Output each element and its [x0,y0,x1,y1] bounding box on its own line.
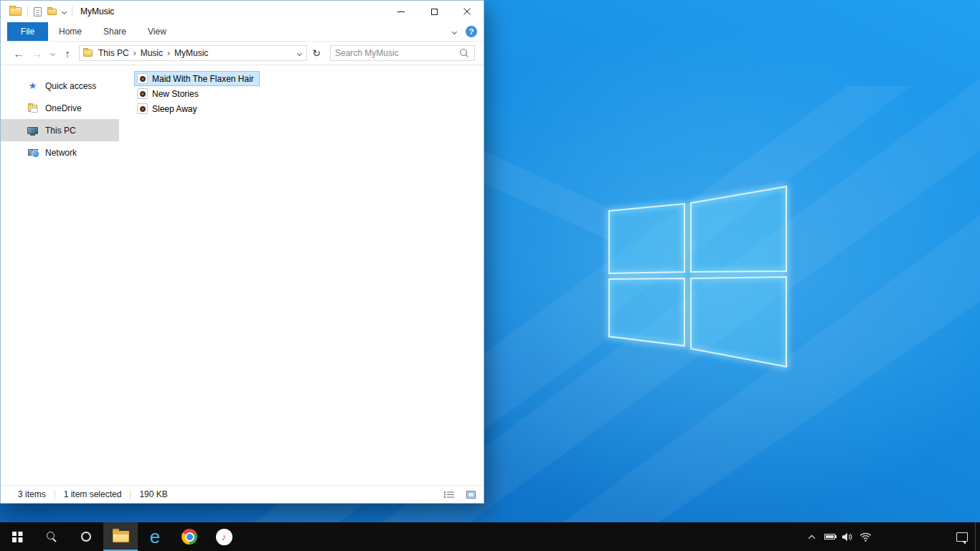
window-title: MyMusic [80,6,114,17]
action-center-button[interactable] [949,522,975,551]
details-view-icon [444,491,454,499]
file-item[interactable]: Sleep Away [134,101,203,116]
breadcrumb-music[interactable]: Music [137,47,166,60]
main-area: ★ Quick access OneDrive This PC Network … [1,65,484,485]
sidebar-item-label: OneDrive [45,103,82,113]
breadcrumb-this-pc[interactable]: This PC [95,47,133,60]
onedrive-folder-icon [28,105,37,112]
taskbar-file-explorer-button[interactable] [103,522,138,551]
chevron-up-icon [808,534,816,540]
sidebar-item-label: This PC [45,126,76,136]
file-list: Maid With The Flaxen Hair New Stories Sl… [119,65,484,485]
sidebar-item-label: Network [45,148,77,158]
search-box [330,45,475,61]
file-name: Sleep Away [152,104,197,114]
file-name: New Stories [152,89,199,99]
file-explorer-icon [113,531,129,542]
toolbar-divider [27,6,28,17]
tray-battery-button[interactable] [821,522,839,551]
taskbar-search-button[interactable] [34,522,69,551]
close-button[interactable] [451,1,484,22]
file-item[interactable]: New Stories [134,86,204,101]
window-controls [385,1,484,22]
navigation-pane: ★ Quick access OneDrive This PC Network [1,65,119,485]
audio-file-icon [137,88,148,99]
windows-start-icon [12,532,23,542]
show-desktop-button[interactable] [975,522,980,551]
taskbar-start-button[interactable] [0,522,34,551]
search-icon[interactable] [460,49,469,58]
recent-locations-chevron-icon[interactable] [47,44,59,62]
tray-hidden-icons-button[interactable] [803,522,821,551]
new-folder-icon[interactable] [47,9,57,15]
status-bar: 3 items 1 item selected 190 KB [1,485,484,503]
selection-summary: 1 item selected [64,489,122,499]
sidebar-item-this-pc[interactable]: This PC [1,119,119,141]
sidebar-item-network[interactable]: Network [1,141,119,164]
help-button[interactable]: ? [466,26,477,37]
address-bar[interactable]: This PC › Music › MyMusic [79,45,307,61]
star-glyph: ★ [29,81,37,90]
tab-view[interactable]: View [137,22,177,41]
address-folder-icon [83,50,93,57]
forward-button[interactable]: → [28,44,47,62]
search-input[interactable] [331,48,460,58]
customize-toolbar-chevron-icon[interactable] [62,9,67,14]
action-center-icon [956,532,968,542]
this-pc-icon [27,127,39,134]
taskbar: e ♪ [0,522,980,551]
up-button[interactable]: ↑ [59,44,76,62]
file-item[interactable]: Maid With The Flaxen Hair [134,71,260,86]
properties-icon[interactable] [34,7,42,17]
taskbar-internet-explorer-button[interactable]: e [138,522,172,551]
maximize-button[interactable] [418,1,451,22]
cortana-icon [81,532,91,542]
item-count: 3 items [18,489,46,499]
taskbar-itunes-button[interactable]: ♪ [207,522,241,551]
tab-file[interactable]: File [7,22,48,41]
chrome-icon [182,529,197,545]
computer-icon [27,127,38,134]
sidebar-item-label: Quick access [45,81,96,91]
music-note-glyph: ♪ [222,532,227,542]
search-icon [47,532,57,542]
tab-home[interactable]: Home [48,22,93,41]
expand-ribbon-chevron-icon[interactable] [452,29,457,34]
speaker-icon [842,532,853,542]
details-view-button[interactable] [442,489,456,501]
refresh-button[interactable]: ↻ [307,44,326,62]
large-icons-view-icon [466,491,476,499]
title-bar: MyMusic [1,1,484,22]
quick-access-star-icon: ★ [27,81,39,90]
status-divider [130,490,131,499]
tray-volume-button[interactable] [839,522,857,551]
network-icon [27,149,39,156]
quick-access-toolbar: MyMusic [1,6,385,17]
toolbar-divider [72,6,72,17]
chevron-down-icon [50,50,55,55]
internet-explorer-icon: e [150,527,160,546]
minimize-button[interactable] [385,1,418,22]
maximize-icon [431,9,438,15]
wifi-icon [859,532,872,542]
close-icon [463,8,471,15]
minimize-icon [397,11,405,12]
back-button[interactable]: ← [9,44,28,62]
onedrive-icon [27,105,39,112]
tray-network-button[interactable] [857,522,875,551]
address-dropdown-button[interactable] [292,46,306,60]
large-icons-view-button[interactable] [464,489,478,501]
tab-share[interactable]: Share [93,22,137,41]
taskbar-cortana-button[interactable] [69,522,103,551]
system-tray [803,522,980,551]
sidebar-item-quick-access[interactable]: ★ Quick access [1,75,119,97]
sidebar-item-onedrive[interactable]: OneDrive [1,97,119,119]
status-divider [55,490,55,499]
breadcrumb-mymusic[interactable]: MyMusic [171,47,212,60]
file-explorer-window: MyMusic File Home Share View ? ← → ↑ Thi… [0,0,484,504]
navigation-bar: ← → ↑ This PC › Music › MyMusic ↻ [1,42,484,65]
ribbon-right-controls: ? [453,22,477,41]
battery-icon [824,534,835,540]
audio-file-icon [137,73,148,84]
taskbar-chrome-button[interactable] [172,522,207,551]
